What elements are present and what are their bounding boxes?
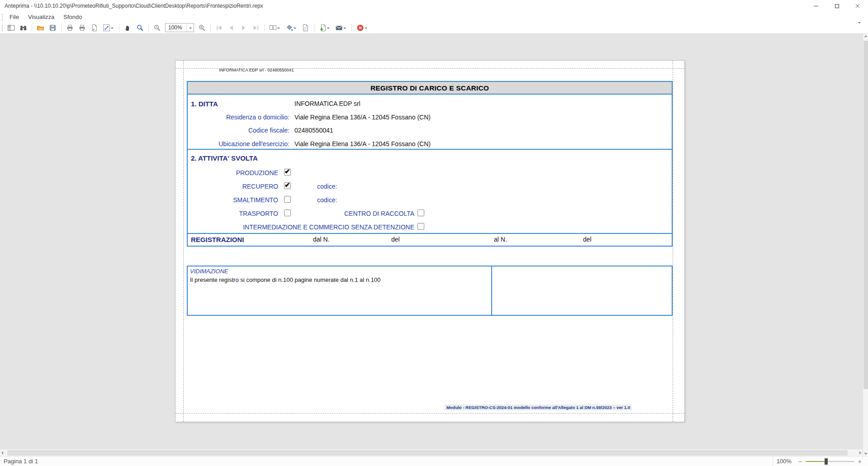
next-page-icon [240, 24, 247, 32]
stop-dropdown-icon[interactable] [365, 28, 367, 30]
preview-area[interactable]: INFORMATICA EDP srl - 02480550041 REGIST… [0, 34, 863, 449]
zoom-in-button[interactable] [197, 23, 207, 33]
zoom-out-icon [153, 24, 161, 32]
email-dropdown-icon[interactable] [343, 28, 346, 30]
scale-dropdown-icon[interactable] [111, 28, 114, 30]
zoom-in-plus[interactable]: + [855, 458, 864, 465]
statusbar-zoom-level: 100% [777, 458, 796, 465]
first-page-button[interactable] [214, 23, 224, 33]
margin-guide-bottom [175, 413, 684, 414]
checkbox-recupero[interactable]: ✔ [284, 182, 291, 189]
stop-button[interactable] [356, 23, 369, 33]
document-map-button[interactable] [6, 23, 16, 33]
export-document-icon [319, 24, 327, 32]
hand-tool-button[interactable] [123, 23, 133, 33]
maximize-button[interactable] [826, 0, 847, 12]
toolbar-overflow-button[interactable] [858, 24, 862, 32]
checkbox-intermediazione[interactable] [417, 223, 424, 230]
document-page: INFORMATICA EDP srl - 02480550041 REGIST… [175, 60, 685, 422]
scale-icon [103, 24, 110, 32]
menu-file[interactable]: File [5, 12, 24, 22]
checkbox-produzione[interactable]: ✔ [284, 169, 291, 176]
section-registrazioni: REGISTRAZIONI dal N. del al N. del [187, 233, 673, 247]
scroll-left-icon[interactable] [1, 451, 3, 455]
multiple-pages-icon [269, 24, 277, 32]
toolbar: 100% [0, 22, 868, 34]
vertical-scrollbar-thumb[interactable] [863, 41, 868, 389]
quick-print-icon [78, 24, 86, 32]
vidimazione-text: Il presente registro si compone di n.100… [190, 276, 380, 283]
checkbox-centro-raccolta[interactable] [417, 209, 424, 216]
open-folder-icon [37, 24, 44, 32]
open-button[interactable] [36, 23, 45, 33]
window-controls [806, 0, 868, 12]
vidimazione-header: VIDIMAZIONE [190, 268, 228, 275]
checkbox-label-recupero: RECUPERO [188, 183, 278, 190]
toolbar-separator [148, 24, 149, 32]
page-footer-text: Modulo - REGISTRO-CS-2024-01 modello con… [445, 404, 632, 410]
binoculars-icon [19, 24, 27, 32]
horizontal-scrollbar[interactable] [0, 449, 863, 456]
print-button[interactable] [65, 23, 75, 33]
quick-print-button[interactable] [77, 23, 87, 33]
page-setup-button[interactable] [90, 23, 99, 33]
section-vidimazione: VIDIMAZIONE Il presente registro si comp… [187, 266, 673, 316]
menubar: File Visualizza Sfondo [0, 12, 868, 22]
send-email-button[interactable] [334, 23, 348, 33]
toolbar-separator [264, 24, 265, 32]
check-mark-icon: ✔ [285, 181, 290, 189]
toolbar-grip[interactable] [1, 24, 3, 31]
zoom-combobox-arrow[interactable] [186, 24, 194, 32]
page-color-dropdown-icon[interactable] [294, 28, 296, 30]
checkbox-row-intermediazione: INTERMEDIAZIONE E COMMERCIO SENZA DETENZ… [188, 223, 672, 232]
field-label-codice-fiscale: Codice fiscale: [188, 127, 289, 134]
search-button[interactable] [19, 23, 28, 33]
watermark-button[interactable] [301, 23, 310, 33]
checkbox-label-smaltimento: SMALTIMENTO [188, 196, 278, 204]
statusbar-zoom-controls: 100% − + [773, 456, 868, 466]
form-title: REGISTRO DI CARICO E SCARICO [188, 82, 672, 94]
checkbox-smaltimento[interactable] [284, 196, 291, 203]
close-button[interactable] [847, 0, 868, 12]
zoom-slider[interactable] [806, 458, 854, 465]
last-page-button[interactable] [251, 23, 261, 33]
watermark-icon [302, 24, 309, 32]
zoom-slider-track [826, 461, 854, 462]
multiple-pages-button[interactable] [268, 23, 282, 33]
page-setup-icon [90, 24, 98, 32]
vidimazione-divider [491, 266, 492, 315]
menu-sfondo[interactable]: Sfondo [59, 12, 86, 22]
menu-visualizza[interactable]: Visualizza [24, 12, 59, 22]
checkbox-label-produzione: PRODUZIONE [188, 169, 278, 176]
form-title-band: REGISTRO DI CARICO E SCARICO [187, 81, 673, 95]
menubar-grip[interactable] [1, 14, 3, 20]
last-page-icon [252, 24, 260, 32]
titlebar: Anteprima - \\10.10.10.20\p\PrometeoRifi… [0, 0, 868, 12]
zoom-slider-thumb[interactable] [825, 458, 828, 465]
magnifier-icon [136, 24, 144, 32]
scroll-down-icon[interactable] [864, 453, 868, 455]
multiple-pages-dropdown-icon[interactable] [277, 28, 280, 30]
zoom-combobox[interactable]: 100% [165, 23, 194, 32]
zoom-out-button[interactable] [152, 23, 162, 33]
zoom-in-icon [198, 24, 206, 32]
horizontal-scrollbar-thumb[interactable] [7, 450, 848, 456]
save-button[interactable] [48, 23, 57, 33]
checkbox-row-produzione: PRODUZIONE ✔ [188, 169, 672, 177]
scroll-right-icon[interactable] [859, 451, 861, 455]
minimize-button[interactable] [806, 0, 826, 12]
zoom-out-minus[interactable]: − [796, 458, 805, 465]
export-document-button[interactable] [318, 23, 332, 33]
registrazioni-header: REGISTRAZIONI [191, 236, 244, 243]
previous-page-button[interactable] [227, 23, 236, 33]
next-page-button[interactable] [239, 23, 248, 33]
magnifier-button[interactable] [135, 23, 145, 33]
scale-button[interactable] [102, 23, 115, 33]
maximize-icon [835, 4, 839, 8]
export-dropdown-icon[interactable] [327, 28, 330, 30]
checkbox-row-trasporto: TRASPORTO CENTRO DI RACCOLTA [188, 210, 672, 218]
vertical-scrollbar[interactable] [863, 34, 868, 456]
scroll-up-icon[interactable] [864, 35, 868, 37]
checkbox-label-intermediazione: INTERMEDIAZIONE E COMMERCIO SENZA DETENZ… [188, 223, 414, 231]
page-color-button[interactable] [285, 23, 298, 33]
